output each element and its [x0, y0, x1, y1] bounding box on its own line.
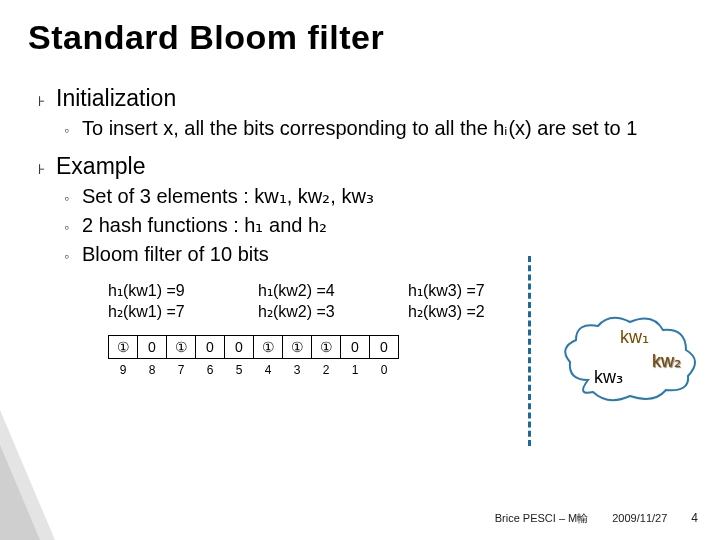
sub-bullet-text: Set of 3 elements : kw₁, kw₂, kw₃: [82, 184, 374, 209]
filter-cell: 06: [195, 335, 225, 359]
hash-value: h₁(kw3) =7: [408, 281, 538, 300]
sub-bullet-init: ◦ To insert x, all the bits correspondin…: [64, 116, 720, 141]
filter-cell: 01: [340, 335, 370, 359]
bullet-mark: ⊦: [38, 161, 56, 177]
sub-bullet-text: Bloom filter of 10 bits: [82, 242, 269, 267]
cloud-icon: [558, 310, 708, 410]
sub-bullet-text: To insert x, all the bits corresponding …: [82, 116, 637, 141]
filter-cell: ①3: [282, 335, 312, 359]
cloud-kw1: kw₁: [620, 326, 649, 348]
footer-author: Brice PESCI – M輸: [495, 511, 589, 526]
filter-cell: ①7: [166, 335, 196, 359]
filter-cell: 08: [137, 335, 167, 359]
filter-cell: 00: [369, 335, 399, 359]
hash-value: h₂(kw1) =7: [108, 302, 238, 321]
slide-footer: Brice PESCI – M輸 2009/11/27 4: [0, 511, 720, 526]
filter-cell: ①4: [253, 335, 283, 359]
filter-cell: ①2: [311, 335, 341, 359]
hash-value: h₁(kw1) =9: [108, 281, 238, 300]
cloud-kw3: kw₃: [594, 366, 623, 388]
hash-value: h₂(kw2) =3: [258, 302, 388, 321]
slide-title: Standard Bloom filter: [0, 0, 720, 57]
sub-bullet-mark: ◦: [64, 190, 82, 206]
footer-date: 2009/11/27: [612, 512, 667, 524]
sub-bullet-text: 2 hash functions : h₁ and h₂: [82, 213, 327, 238]
sub-bullet-mark: ◦: [64, 248, 82, 264]
hash-value: h₁(kw2) =4: [258, 281, 388, 300]
sub-bullet-mark: ◦: [64, 122, 82, 138]
filter-cell: 05: [224, 335, 254, 359]
element-cloud: kw₁ kw₂ kw₃: [570, 322, 700, 402]
vertical-divider: [528, 256, 531, 446]
cloud-kw2: kw₂: [652, 350, 681, 372]
bullet-initialization: ⊦ Initialization: [38, 85, 720, 112]
bullet-example: ⊦ Example: [38, 153, 720, 180]
bullet-label: Initialization: [56, 85, 176, 112]
bullet-mark: ⊦: [38, 93, 56, 109]
footer-page-number: 4: [691, 511, 698, 525]
hash-value: h₂(kw3) =2: [408, 302, 538, 321]
sub-bullet-ex-2: ◦ 2 hash functions : h₁ and h₂: [64, 213, 720, 238]
sub-bullet-ex-1: ◦ Set of 3 elements : kw₁, kw₂, kw₃: [64, 184, 720, 209]
filter-cell: ①9: [108, 335, 138, 359]
bullet-label: Example: [56, 153, 145, 180]
sub-bullet-mark: ◦: [64, 219, 82, 235]
sub-bullet-ex-3: ◦ Bloom filter of 10 bits: [64, 242, 720, 267]
